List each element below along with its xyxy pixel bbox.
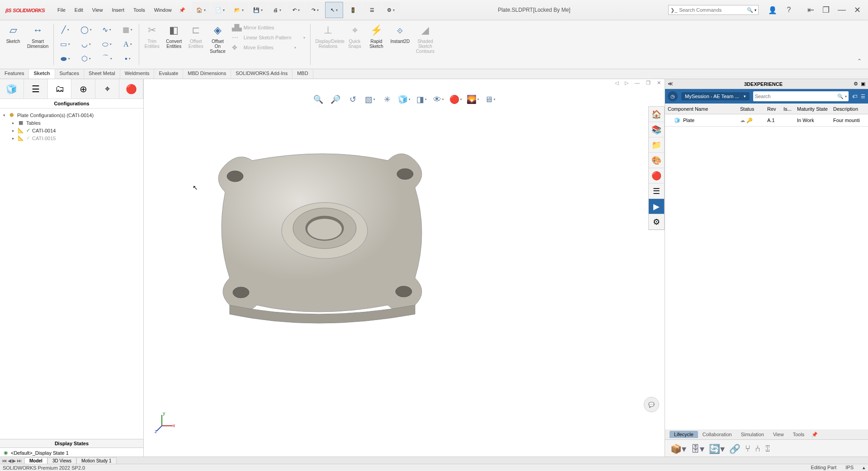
- tab-sketch[interactable]: Sketch: [29, 69, 55, 79]
- tab-surfaces[interactable]: Surfaces: [55, 69, 84, 79]
- offset-on-surface[interactable]: ◈ Offset On Surface: [207, 22, 228, 67]
- config-root[interactable]: ▾ ⬢ Plate Configuration(s) (CATI-0014): [2, 111, 142, 119]
- collapse-panel[interactable]: ≪: [668, 81, 673, 87]
- tab-lifecycle[interactable]: Lifecycle: [670, 431, 698, 438]
- col-maturity[interactable]: Maturity State: [794, 105, 830, 113]
- expand-icon[interactable]: ▾: [2, 113, 6, 118]
- tree-icon[interactable]: ⑄: [765, 443, 770, 454]
- redo-button[interactable]: ↷: [306, 2, 324, 18]
- tab-sheet-metal[interactable]: Sheet Metal: [84, 69, 120, 79]
- database-icon[interactable]: 🗄▾: [691, 443, 704, 454]
- feature-tree-tab[interactable]: 🧊: [0, 79, 24, 99]
- col-is[interactable]: Is...: [781, 105, 794, 113]
- merge-icon[interactable]: ⑃: [755, 443, 760, 454]
- appearance-tab[interactable]: 🔴: [119, 79, 143, 99]
- help-icon[interactable]: ?: [784, 5, 794, 15]
- menu-icon[interactable]: ☰: [861, 94, 865, 99]
- 3dexperience-tab[interactable]: ▶: [649, 199, 664, 214]
- expand-icon[interactable]: ▸: [11, 136, 15, 141]
- menu-edit[interactable]: Edit: [70, 7, 88, 13]
- tab-nav[interactable]: ⏮◀▶⏭: [2, 458, 22, 464]
- print-button[interactable]: 🖨: [268, 2, 286, 18]
- orientation-triad[interactable]: y x z: [154, 411, 176, 435]
- tab-model[interactable]: Model: [24, 457, 47, 464]
- search-dd-icon[interactable]: ▾: [845, 94, 847, 99]
- open-button[interactable]: 📂: [230, 2, 248, 18]
- ellipse-tool[interactable]: ⬭: [98, 38, 116, 51]
- text-tool[interactable]: A: [118, 38, 137, 51]
- view-orientation[interactable]: 🧊: [397, 93, 411, 106]
- restore-icon[interactable]: ❐: [822, 5, 830, 15]
- menu-window[interactable]: Window: [150, 7, 176, 13]
- 3dx-search-box[interactable]: 🔍 ▾: [753, 91, 849, 101]
- home-tab[interactable]: 🏠: [649, 107, 664, 122]
- tab-features[interactable]: Features: [0, 69, 29, 79]
- shaded-sketch-contours[interactable]: ◢ Shaded Sketch Contours: [413, 22, 437, 67]
- pin-icon[interactable]: 📌: [179, 7, 185, 13]
- maximize-viewport[interactable]: ❐: [646, 80, 651, 86]
- linear-sketch-pattern[interactable]: ⋯Linear Sketch Pattern▾: [232, 34, 305, 41]
- view-palette-tab[interactable]: 🎨: [649, 153, 664, 168]
- units-label[interactable]: IPS: [845, 465, 854, 471]
- polygon-tool[interactable]: ⬡: [77, 52, 95, 65]
- dock-icon[interactable]: ⇤: [807, 5, 814, 15]
- convert-entities[interactable]: ◧ Convert Entities: [163, 22, 184, 67]
- tag-icon[interactable]: 🏷: [852, 94, 857, 99]
- fillet-tool[interactable]: ⌒: [98, 52, 116, 65]
- configuration-manager-tab[interactable]: 🗂: [48, 79, 72, 99]
- search-icon[interactable]: 🔍: [747, 7, 753, 13]
- user-icon[interactable]: 👤: [768, 5, 778, 15]
- assistant-bubble[interactable]: 💬: [644, 397, 659, 412]
- save-to-3dx-icon[interactable]: 📦▾: [670, 443, 686, 454]
- next-view-icon[interactable]: ▷: [625, 80, 628, 86]
- previous-view[interactable]: ↺: [346, 93, 359, 106]
- tab-motion-study-1[interactable]: Motion Study 1: [76, 457, 117, 464]
- sketch-tool[interactable]: ▱ Sketch: [3, 22, 24, 67]
- branch-icon[interactable]: ⑂: [745, 443, 750, 454]
- slot-tool[interactable]: ⬬: [56, 52, 74, 65]
- mirror-entities[interactable]: ▟▙Mirror Entities: [232, 24, 305, 31]
- menu-view[interactable]: View: [88, 7, 108, 13]
- panel-pin-icon[interactable]: ▣: [861, 81, 865, 87]
- expand-icon[interactable]: ▸: [11, 121, 15, 125]
- rectangle-tool[interactable]: ▭: [56, 38, 74, 51]
- section-view[interactable]: ▧: [363, 93, 377, 106]
- tab-weldments[interactable]: Weldments: [120, 69, 155, 79]
- file-explorer-tab[interactable]: 📁: [649, 137, 664, 153]
- dynamic-annotation[interactable]: ✳: [380, 93, 394, 106]
- dimxpert-tab[interactable]: ⊕: [71, 79, 95, 99]
- table-row[interactable]: 🧊Plate ☁ 🔑 A.1 In Work Four mounti: [665, 114, 868, 126]
- search-dd-icon[interactable]: ▾: [755, 8, 756, 12]
- rapid-sketch[interactable]: ⚡ Rapid Sketch: [366, 22, 387, 67]
- ribbon-collapse[interactable]: ⌃: [857, 58, 862, 64]
- graphics-viewport[interactable]: ◁ ▷ — ❐ ✕ 🔍 🔎 ↺ ▧ ✳ 🧊 ◨ 👁 🔴 🌄 🖥 🏠 📚 📁 🎨 …: [144, 79, 665, 457]
- zoom-area[interactable]: 🔎: [329, 93, 342, 106]
- config-cati-0014[interactable]: ▸ 📐 ✓ CATI-0014: [2, 127, 142, 134]
- zoom-fit[interactable]: 🔍: [311, 93, 325, 106]
- hide-show[interactable]: 👁: [432, 93, 445, 106]
- select-button[interactable]: ↖: [325, 2, 343, 18]
- pin-tabs-icon[interactable]: 📌: [811, 432, 818, 438]
- refresh-icon[interactable]: 🔄▾: [709, 443, 725, 454]
- col-status[interactable]: Status: [737, 105, 764, 113]
- panel-settings-icon[interactable]: ⚙: [854, 81, 858, 87]
- col-description[interactable]: Description: [830, 105, 868, 113]
- custom-props-tab[interactable]: ☰: [649, 184, 664, 199]
- tab-evaluate[interactable]: Evaluate: [154, 69, 183, 79]
- property-manager-tab[interactable]: ☰: [24, 79, 48, 99]
- status-expand-icon[interactable]: ▴: [863, 465, 865, 471]
- trim-entities[interactable]: ✂ Trim Entities: [142, 22, 162, 67]
- tab-solidworks-addins[interactable]: SOLIDWORKS Add-Ins: [231, 69, 292, 79]
- tables-node[interactable]: ▸ ▦ Tables: [2, 119, 142, 127]
- move-entities[interactable]: ✥Move Entities▾: [232, 44, 305, 51]
- menu-tools[interactable]: Tools: [129, 7, 150, 13]
- circle-tool[interactable]: ◯: [77, 24, 95, 36]
- close-button[interactable]: ✕: [854, 5, 861, 15]
- menu-insert[interactable]: Insert: [107, 7, 129, 13]
- close-viewport[interactable]: ✕: [657, 80, 661, 86]
- smart-dimension[interactable]: ↔ Smart Dimension: [24, 22, 51, 67]
- settings-button[interactable]: ⚙: [382, 2, 400, 18]
- link-icon[interactable]: 🔗: [729, 443, 741, 454]
- tab-simulation[interactable]: Simulation: [736, 431, 769, 438]
- prev-view-icon[interactable]: ◁: [615, 80, 618, 86]
